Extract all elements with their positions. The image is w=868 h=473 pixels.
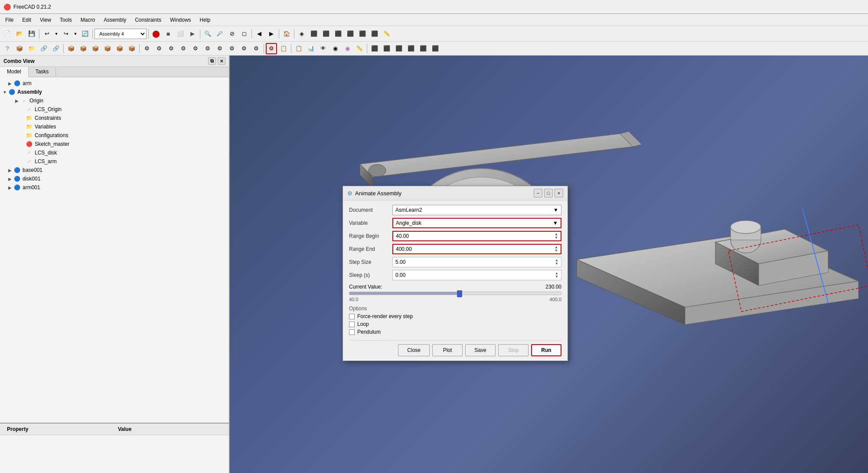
undo-dropdown[interactable]: ▼ — [53, 28, 59, 39]
menu-help[interactable]: Help — [196, 16, 214, 24]
menu-tools[interactable]: Tools — [56, 16, 75, 24]
variable-dropdown[interactable]: Angle_disk ▼ — [392, 218, 561, 228]
no-culling-button[interactable]: ⊘ — [226, 28, 238, 39]
nav-back-button[interactable]: ◀ — [254, 28, 265, 39]
nav-fwd-button[interactable]: ▶ — [266, 28, 277, 39]
viewport[interactable]: ⚙ Animate Assembly − □ × Document Asm — [230, 56, 868, 473]
dialog-minimize-btn[interactable]: − — [534, 189, 542, 197]
panel-float-btn[interactable]: ⧉ — [208, 57, 216, 65]
dialog-maximize-btn[interactable]: □ — [544, 189, 553, 197]
menu-file[interactable]: File — [2, 16, 17, 24]
panel-close-btn[interactable]: × — [218, 57, 225, 65]
view3d-6[interactable]: ⬛ — [430, 43, 441, 54]
measure2-btn[interactable]: 📏 — [354, 43, 365, 54]
tab-tasks[interactable]: Tasks — [29, 67, 56, 77]
list-item[interactable]: ⟋ LCS_Origin — [0, 105, 229, 114]
view-iso[interactable]: ◈ — [296, 28, 307, 39]
step-button[interactable]: ⬜ — [175, 28, 186, 39]
report-btn[interactable]: 📋 — [278, 43, 289, 54]
asm-link-btn[interactable]: 📦 — [78, 43, 89, 54]
step-size-spinbox[interactable]: 5.00 ▲ ▼ — [392, 257, 561, 267]
pendulum-checkbox[interactable] — [349, 329, 355, 335]
refresh-button[interactable]: 🔄 — [79, 28, 91, 39]
view-right[interactable]: ⬛ — [333, 28, 344, 39]
spinbox-down-icon[interactable]: ▼ — [555, 236, 558, 240]
tab-model[interactable]: Model — [0, 67, 29, 77]
con9-btn[interactable]: ⚙ — [238, 43, 250, 54]
home-view[interactable]: 🏠 — [281, 28, 292, 39]
loop-checkbox[interactable] — [349, 322, 355, 327]
tree-arrow[interactable]: ▶ — [7, 168, 13, 173]
overlay-btn[interactable]: ◉ — [330, 43, 341, 54]
play-button[interactable]: ▶ — [187, 28, 198, 39]
plot-button[interactable]: Plot — [432, 344, 463, 356]
asm-part-btn[interactable]: 📦 — [65, 43, 77, 54]
view3d-3[interactable]: ⬛ — [393, 43, 405, 54]
spinbox-down-icon[interactable]: ▼ — [555, 262, 558, 266]
slider-track[interactable] — [349, 292, 561, 295]
con4-btn[interactable]: ⚙ — [178, 43, 189, 54]
slider-thumb[interactable] — [457, 290, 462, 297]
list-item[interactable]: ▼ 🔵 Assembly — [0, 88, 229, 96]
con1-btn[interactable]: ⚙ — [141, 43, 153, 54]
menu-macro[interactable]: Macro — [77, 16, 98, 24]
menu-assembly[interactable]: Assembly — [100, 16, 130, 24]
asm-move-btn[interactable]: 📦 — [102, 43, 113, 54]
list-item[interactable]: ▶ 🔵 disk001 — [0, 174, 229, 183]
tree-arrow[interactable]: ▼ — [2, 90, 8, 95]
link-btn[interactable]: 🔗 — [38, 43, 49, 54]
menu-windows[interactable]: Windows — [166, 16, 195, 24]
spinbox-down-icon[interactable]: ▼ — [555, 249, 558, 253]
con3-btn[interactable]: ⚙ — [166, 43, 177, 54]
list-item[interactable]: 📁 Constraints — [0, 114, 229, 122]
list-item[interactable]: 📁 Variables — [0, 122, 229, 131]
open-part-btn[interactable]: 📁 — [26, 43, 37, 54]
undo-button[interactable]: ↩ — [41, 28, 52, 39]
asm-var-btn[interactable]: 📦 — [126, 43, 137, 54]
redo-button[interactable]: ↪ — [60, 28, 72, 39]
animate-btn[interactable]: ⚙ — [266, 43, 277, 54]
list-item[interactable]: ▶ ○ Origin — [0, 96, 229, 105]
sleep-spinbox[interactable]: 0.00 ▲ ▼ — [392, 270, 561, 280]
stop-button[interactable]: ■ — [163, 28, 174, 39]
zoom-fit-button[interactable]: 🔍 — [202, 28, 213, 39]
asm-sub-btn[interactable]: 📦 — [90, 43, 101, 54]
menu-view[interactable]: View — [36, 16, 55, 24]
tree-arrow[interactable]: ▶ — [7, 185, 13, 190]
save-toolbar-button[interactable]: 💾 — [26, 28, 37, 39]
save-button[interactable]: Save — [465, 344, 496, 356]
assembly-dropdown[interactable]: Assembly 4 — [95, 29, 147, 39]
menu-constraints[interactable]: Constraints — [131, 16, 165, 24]
list-item[interactable]: ⟋ LCS_disk — [0, 148, 229, 157]
list-item[interactable]: ▶ 🔵 arm001 — [0, 183, 229, 192]
help-btn[interactable]: ? — [2, 43, 13, 54]
stop-button[interactable]: Stop — [498, 344, 529, 356]
visibility-btn[interactable]: 👁 — [317, 43, 329, 54]
new-button[interactable]: 📄 — [2, 28, 13, 39]
redo-dropdown[interactable]: ▼ — [72, 28, 78, 39]
explode-btn[interactable]: 📦 — [114, 43, 125, 54]
view3d-5[interactable]: ⬛ — [418, 43, 429, 54]
con5-btn[interactable]: ⚙ — [190, 43, 201, 54]
spinbox-down-icon[interactable]: ▼ — [555, 275, 558, 279]
document-dropdown[interactable]: AsmLearn2 ▼ — [392, 205, 561, 215]
con10-btn[interactable]: ⚙ — [251, 43, 262, 54]
con6-btn[interactable]: ⚙ — [202, 43, 213, 54]
dialog-close-btn[interactable]: × — [555, 189, 563, 197]
con7-btn[interactable]: ⚙ — [214, 43, 225, 54]
measure-button[interactable]: 📏 — [381, 28, 392, 39]
tree-arrow[interactable]: ▶ — [14, 99, 20, 103]
view-button[interactable]: ◻ — [238, 28, 250, 39]
con8-btn[interactable]: ⚙ — [226, 43, 238, 54]
view-back[interactable]: ⬛ — [369, 28, 380, 39]
view3d-2[interactable]: ⬛ — [381, 43, 392, 54]
list-item[interactable]: ▶ 🔵 base001 — [0, 166, 229, 174]
link-ext-btn[interactable]: 🔗 — [50, 43, 62, 54]
spreadsheet-btn[interactable]: 📊 — [305, 43, 317, 54]
record-button[interactable]: ⬤ — [150, 28, 162, 39]
view-front[interactable]: ⬛ — [320, 28, 332, 39]
list-item[interactable]: 🔴 Sketch_master — [0, 140, 229, 148]
color-btn[interactable]: ◉ — [342, 43, 353, 54]
view-bottom[interactable]: ⬛ — [357, 28, 368, 39]
range-end-spinbox[interactable]: 400.00 ▲ ▼ — [392, 244, 561, 254]
